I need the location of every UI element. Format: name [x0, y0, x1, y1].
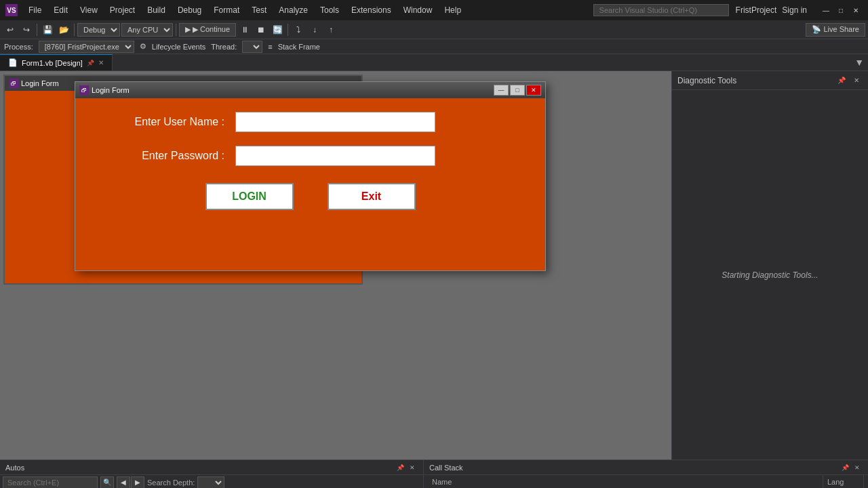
- modal-title-icon: 🗗: [79, 85, 89, 95]
- undo-button[interactable]: ↩: [3, 22, 18, 37]
- modal-minimize-button[interactable]: —: [494, 85, 509, 96]
- menu-debug[interactable]: Debug: [172, 4, 207, 16]
- menu-analyze[interactable]: Analyze: [273, 4, 313, 16]
- step-over-button[interactable]: ⤵: [291, 22, 306, 37]
- diagnostic-status: Starting Diagnostic Tools...: [722, 270, 818, 280]
- menu-format[interactable]: Format: [208, 4, 245, 16]
- callstack-col-headers: Name Lang: [424, 475, 868, 488]
- designer-background: 🗗 Login Form 🗗 Login Form — □ ✕: [0, 71, 671, 460]
- title-right: FristProject Sign in — □ ✕: [736, 3, 863, 17]
- diagnostic-tools-title: Diagnostic Tools: [677, 76, 835, 85]
- panel-header-buttons: 📌 ✕: [835, 75, 863, 87]
- callstack-close-button[interactable]: ✕: [852, 462, 863, 473]
- designer-area: 🗗 Login Form 🗗 Login Form — □ ✕: [0, 71, 671, 460]
- close-button[interactable]: ✕: [849, 3, 863, 17]
- bottom-panels: Autos 📌 ✕ 🔍 ◀ ▶ Search Depth: Name Value: [0, 460, 868, 488]
- step-out-button[interactable]: ↑: [323, 22, 338, 37]
- minimize-button[interactable]: —: [819, 3, 833, 17]
- debug-config-select[interactable]: Debug: [77, 23, 120, 37]
- menu-help[interactable]: Help: [439, 4, 467, 16]
- search-next-button[interactable]: ▶: [131, 476, 144, 489]
- processbar: Process: [8760] FristProject.exe ⚙ Lifec…: [0, 39, 868, 54]
- exit-button[interactable]: Exit: [328, 183, 416, 210]
- autos-pin-button[interactable]: 📌: [395, 462, 406, 473]
- lifecycle-icon: ⚙: [140, 42, 146, 51]
- callstack-pin-button[interactable]: 📌: [840, 462, 850, 473]
- project-name: FristProject: [736, 5, 777, 15]
- autos-search-bar: 🔍 ◀ ▶ Search Depth:: [0, 475, 423, 488]
- modal-close-button[interactable]: ✕: [526, 85, 541, 96]
- modal-title-label: Login Form: [92, 86, 130, 94]
- password-row: Enter Password :: [89, 146, 532, 166]
- step-into-button[interactable]: ↓: [307, 22, 322, 37]
- username-label: Enter User Name :: [89, 116, 224, 128]
- process-label: Process:: [4, 43, 33, 51]
- maximize-button[interactable]: □: [834, 3, 848, 17]
- tab-form1-design[interactable]: 📄 Form1.vb [Design] 📌 ✕: [0, 54, 113, 70]
- autos-title-area: Autos 📌 ✕: [0, 460, 423, 475]
- continue-icon: ▶: [185, 25, 191, 34]
- search-input[interactable]: [593, 4, 729, 16]
- password-label: Enter Password :: [89, 150, 224, 162]
- autos-close-button[interactable]: ✕: [407, 462, 418, 473]
- autos-title: Autos: [5, 464, 392, 472]
- modal-maximize-button[interactable]: □: [510, 85, 525, 96]
- open-button[interactable]: 📂: [56, 22, 71, 37]
- window-controls: — □ ✕: [819, 3, 863, 17]
- search-prev-button[interactable]: ◀: [117, 476, 130, 489]
- toolbar-separator-3: [176, 24, 176, 36]
- live-share-button[interactable]: 📡 Live Share: [806, 23, 865, 37]
- vs-logo: VS: [5, 4, 18, 16]
- panel-pin-button[interactable]: 📌: [835, 75, 848, 87]
- toolbar: ↩ ↪ 💾 📂 Debug Any CPU ▶ ▶ Continue ⏸ ⏹ 🔄…: [0, 20, 868, 39]
- stack-frame-icon: ≡: [268, 43, 272, 51]
- tab-close-icon[interactable]: ✕: [98, 59, 104, 66]
- username-input[interactable]: [235, 112, 435, 132]
- toolbar-separator-2: [74, 24, 75, 36]
- menu-edit[interactable]: Edit: [48, 4, 73, 16]
- search-depth-select[interactable]: [197, 476, 224, 489]
- modal-window-controls: — □ ✕: [494, 85, 541, 96]
- menu-project[interactable]: Project: [104, 4, 140, 16]
- tab-overflow-icon[interactable]: ▼: [854, 57, 864, 68]
- titlebar: VS File Edit View Project Build Debug Fo…: [0, 0, 868, 20]
- menu-bar: File Edit View Project Build Debug Forma…: [23, 4, 593, 16]
- toolbar-separator-1: [37, 24, 37, 36]
- cpu-select[interactable]: Any CPU: [121, 23, 173, 37]
- sign-in-button[interactable]: Sign in: [782, 5, 807, 15]
- username-row: Enter User Name :: [89, 112, 532, 132]
- restart-button[interactable]: 🔄: [270, 22, 285, 37]
- continue-button[interactable]: ▶ ▶ Continue: [179, 23, 236, 37]
- lifecycle-label: Lifecycle Events: [152, 43, 205, 51]
- continue-label: ▶ Continue: [193, 25, 230, 34]
- pause-button[interactable]: ⏸: [237, 22, 252, 37]
- save-button[interactable]: 💾: [40, 22, 55, 37]
- modal-content: Enter User Name : Enter Password : LOGIN…: [75, 98, 545, 224]
- menu-view[interactable]: View: [75, 4, 103, 16]
- search-icon[interactable]: 🔍: [100, 476, 114, 489]
- login-button[interactable]: LOGIN: [205, 183, 294, 210]
- thread-select[interactable]: [242, 41, 262, 53]
- menu-file[interactable]: File: [23, 4, 47, 16]
- stop-button[interactable]: ⏹: [254, 22, 269, 37]
- diagnostic-tools-body: Starting Diagnostic Tools...: [672, 90, 868, 460]
- callstack-col-name-header: Name: [428, 475, 823, 488]
- search-nav: ◀ ▶: [117, 476, 144, 489]
- diagnostic-tools-header: Diagnostic Tools 📌 ✕: [672, 71, 868, 90]
- tab-bar-end: ▼: [113, 54, 868, 70]
- password-input[interactable]: [235, 146, 435, 166]
- panel-close-button[interactable]: ✕: [850, 75, 863, 87]
- callstack-panel: Call Stack 📌 ✕ Name Lang Call Stack Brea…: [424, 460, 868, 488]
- menu-extensions[interactable]: Extensions: [346, 4, 397, 16]
- modal-overlay: 🗗 Login Form — □ ✕ Enter User Name :: [0, 75, 671, 460]
- autos-search-input[interactable]: [3, 476, 98, 489]
- process-select[interactable]: [8760] FristProject.exe: [39, 41, 134, 53]
- menu-tools[interactable]: Tools: [315, 4, 344, 16]
- menu-build[interactable]: Build: [142, 4, 171, 16]
- menu-test[interactable]: Test: [246, 4, 272, 16]
- main-area: 🗗 Login Form 🗗 Login Form — □ ✕: [0, 71, 868, 460]
- search-depth-label: Search Depth:: [147, 479, 195, 487]
- redo-button[interactable]: ↪: [19, 22, 34, 37]
- tab-label: Form1.vb [Design]: [22, 59, 83, 67]
- menu-window[interactable]: Window: [398, 4, 438, 16]
